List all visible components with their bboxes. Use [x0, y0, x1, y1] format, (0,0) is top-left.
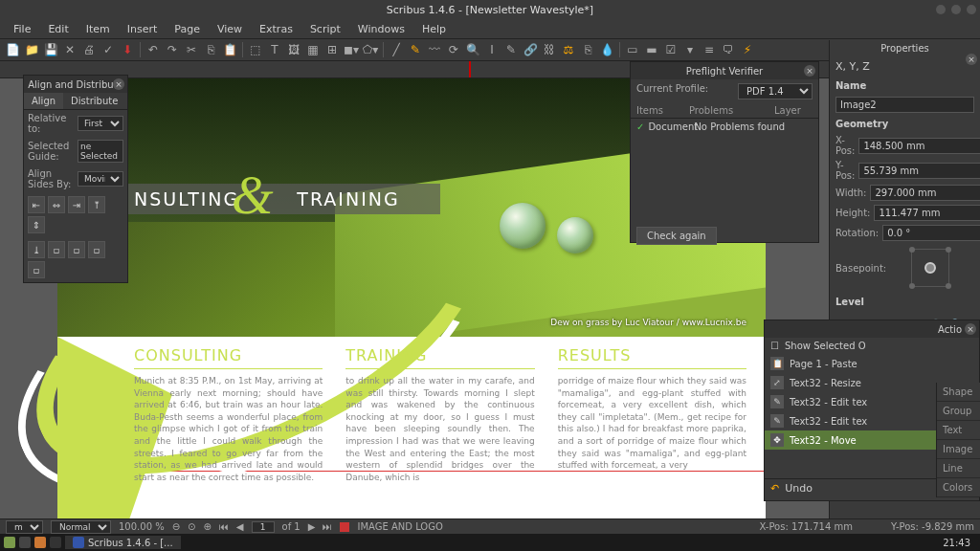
zoom-icon[interactable]: 🔍: [464, 41, 481, 58]
zoom-out-icon[interactable]: ⊖: [172, 521, 180, 532]
close-icon[interactable]: ×: [804, 65, 815, 77]
close-icon[interactable]: ✕: [61, 41, 78, 58]
checkbox-icon[interactable]: ☐: [770, 341, 779, 351]
unit-select[interactable]: m: [6, 520, 43, 534]
column-training[interactable]: TRAINING to drink up all the water in my…: [345, 346, 534, 483]
basepoint-tr[interactable]: [946, 247, 951, 253]
menu-file[interactable]: File: [6, 21, 38, 37]
ypos-input[interactable]: [858, 163, 980, 179]
tab-group[interactable]: Group: [937, 402, 980, 421]
file-manager-icon[interactable]: [34, 537, 46, 548]
start-menu-icon[interactable]: [4, 537, 15, 548]
prev-page-icon[interactable]: ◀: [236, 521, 244, 532]
minimize-icon[interactable]: [936, 5, 946, 14]
system-clock[interactable]: 21:43: [937, 538, 976, 548]
select-icon[interactable]: ⬚: [247, 41, 264, 58]
bezier-icon[interactable]: ✎: [407, 41, 424, 58]
layer-name[interactable]: IMAGE AND LOGO: [357, 521, 442, 532]
pdf-checkbox-icon[interactable]: ☑: [662, 41, 679, 58]
menu-view[interactable]: View: [210, 21, 250, 37]
align-btn[interactable]: ▫: [48, 241, 65, 258]
pdf-textfield-icon[interactable]: ▬: [643, 41, 660, 58]
unlink-frames-icon[interactable]: ⛓: [541, 41, 558, 58]
freehand-icon[interactable]: 〰: [426, 41, 443, 58]
copy-props-icon[interactable]: ⎘: [579, 41, 596, 58]
new-icon[interactable]: 📄: [4, 41, 21, 58]
close-icon[interactable]: ×: [113, 78, 124, 90]
pdf-listbox-icon[interactable]: ≡: [701, 41, 718, 58]
tab-colors[interactable]: Colors: [937, 478, 980, 497]
undo-icon[interactable]: ↶: [770, 482, 779, 495]
align-btn[interactable]: ▫: [28, 261, 45, 278]
width-input[interactable]: [870, 185, 980, 201]
align-sides-select[interactable]: Moving: [78, 171, 123, 187]
image-frame-icon[interactable]: 🖼: [285, 41, 302, 58]
menu-edit[interactable]: Edit: [40, 21, 76, 37]
xpos-input[interactable]: [858, 138, 980, 154]
menu-script[interactable]: Script: [302, 21, 348, 37]
preflight-icon[interactable]: ✓: [100, 41, 117, 58]
name-input[interactable]: [835, 97, 974, 113]
undo-label[interactable]: Undo: [785, 482, 813, 495]
basepoint-center[interactable]: [924, 262, 936, 274]
pdf-annotation-icon[interactable]: 🗨: [720, 41, 737, 58]
print-icon[interactable]: 🖨: [80, 41, 98, 58]
align-distribute-panel[interactable]: Align and Distribute × Align Distribute …: [23, 75, 128, 283]
tab-image[interactable]: Image: [937, 440, 980, 459]
last-page-icon[interactable]: ⏭: [323, 521, 332, 532]
show-desktop-icon[interactable]: [19, 537, 31, 548]
column-results[interactable]: RESULTS porridge of maize flour which th…: [558, 346, 746, 483]
basepoint-br[interactable]: [946, 283, 951, 289]
xyz-section[interactable]: X, Y, Z: [830, 56, 980, 77]
basepoint-tl[interactable]: [909, 247, 915, 253]
tab-line[interactable]: Line: [937, 459, 980, 478]
shape-icon[interactable]: ◼▾: [343, 41, 360, 58]
show-selected-checkbox[interactable]: ☐ Show Selected O: [765, 338, 979, 354]
menu-insert[interactable]: Insert: [120, 21, 166, 37]
zoom-100-icon[interactable]: ⊙: [188, 521, 195, 532]
rotation-input[interactable]: [882, 225, 980, 241]
cut-icon[interactable]: ✂: [183, 41, 200, 58]
basepoint-bl[interactable]: [909, 283, 915, 289]
tab-shape[interactable]: Shape: [937, 383, 980, 402]
terminal-icon[interactable]: [50, 537, 61, 548]
story-editor-icon[interactable]: ✎: [502, 41, 520, 58]
align-btn[interactable]: ▫: [88, 241, 105, 258]
menu-item[interactable]: Item: [78, 21, 118, 37]
zoom-in-icon[interactable]: ⊕: [203, 521, 211, 532]
align-left-icon[interactable]: ⇤: [28, 196, 45, 213]
preflight-verifier-panel[interactable]: Preflight Verifier × Current Profile: PD…: [630, 61, 819, 243]
menu-windows[interactable]: Windows: [350, 21, 412, 37]
undo-icon[interactable]: ↶: [145, 41, 162, 58]
tab-text[interactable]: Text: [937, 421, 980, 440]
tab-align[interactable]: Align: [24, 93, 63, 109]
relative-to-select[interactable]: First Sele: [78, 116, 123, 131]
table-icon[interactable]: ⊞: [323, 41, 341, 58]
rotate-icon[interactable]: ⟳: [445, 41, 462, 58]
next-page-icon[interactable]: ▶: [308, 521, 316, 532]
align-bottom-icon[interactable]: ⤓: [28, 241, 45, 258]
first-page-icon[interactable]: ⏮: [219, 521, 229, 532]
save-icon[interactable]: 💾: [42, 41, 59, 58]
column-consulting[interactable]: CONSULTING Munich at 8:35 P.M., on 1st M…: [134, 346, 323, 483]
pdf-icon[interactable]: ⬇: [119, 41, 136, 58]
pdf-combobox-icon[interactable]: ▾: [681, 41, 699, 58]
render-frame-icon[interactable]: ▦: [304, 41, 322, 58]
menu-page[interactable]: Page: [167, 21, 208, 37]
height-input[interactable]: [874, 205, 980, 221]
maximize-icon[interactable]: [951, 5, 961, 14]
basepoint-selector[interactable]: [911, 249, 949, 287]
close-icon[interactable]: ×: [966, 54, 977, 65]
edit-text-icon[interactable]: I: [483, 41, 501, 58]
preflight-item[interactable]: ✓ Document No Problems found: [631, 119, 818, 135]
pdf-button-icon[interactable]: ▭: [624, 41, 641, 58]
taskbar-app-button[interactable]: Scribus 1.4.6 - [...: [65, 536, 181, 549]
polygon-icon[interactable]: ⬠▾: [362, 41, 379, 58]
pdf-link-icon[interactable]: ⚡: [739, 41, 756, 58]
profile-select[interactable]: PDF 1.4: [738, 83, 813, 99]
align-center-v-icon[interactable]: ⇕: [28, 216, 45, 233]
page-input[interactable]: [252, 521, 275, 533]
link-frames-icon[interactable]: 🔗: [522, 41, 539, 58]
align-right-icon[interactable]: ⇥: [68, 196, 85, 213]
open-icon[interactable]: 📁: [23, 41, 40, 58]
